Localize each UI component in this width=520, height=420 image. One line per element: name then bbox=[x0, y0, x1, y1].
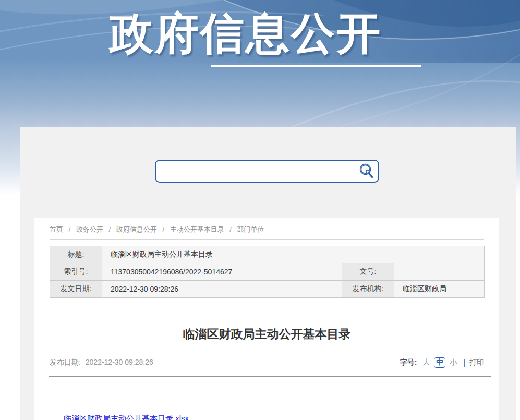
meta-value-title: 临淄区财政局主动公开基本目录 bbox=[102, 246, 485, 263]
breadcrumb: 首页 / 政务公开 / 政府信息公开 / 主动公开基本目录 / 部门单位 bbox=[50, 218, 484, 234]
meta-value-publisher: 临淄区财政局 bbox=[394, 281, 485, 298]
search-button[interactable] bbox=[355, 162, 378, 181]
font-size-large-button[interactable]: 大 bbox=[422, 358, 430, 367]
print-button[interactable]: 打印 bbox=[469, 358, 484, 367]
page: 政府信息公开 首页 / 政务公开 bbox=[0, 0, 520, 420]
article-toolbar: 发布日期: 2022-12-30 09:28:26 字号: 大 中 小 | 打印 bbox=[50, 357, 484, 368]
meta-label-doc-no: 文号: bbox=[342, 263, 394, 281]
font-size-controls: 字号: 大 中 小 | 打印 bbox=[400, 357, 484, 368]
search-box bbox=[155, 160, 379, 183]
meta-value-doc-no bbox=[394, 263, 485, 281]
meta-label-index-no: 索引号: bbox=[50, 263, 102, 281]
breadcrumb-separator: / bbox=[162, 225, 164, 233]
breadcrumb-zhudong-mulu[interactable]: 主动公开基本目录 bbox=[170, 225, 224, 233]
publish-date-value: 2022-12-30 09:28:26 bbox=[86, 358, 153, 366]
article-panel: 首页 / 政务公开 / 政府信息公开 / 主动公开基本目录 / 部门单位 标题:… bbox=[34, 218, 499, 420]
document-meta-table: 标题: 临淄区财政局主动公开基本目录 索引号: 1137030500421960… bbox=[50, 246, 485, 298]
meta-label-publisher: 发布机构: bbox=[342, 281, 394, 298]
meta-value-issue-date: 2022-12-30 09:28:26 bbox=[102, 281, 342, 298]
table-row: 索引号: 113703050042196086/2022-5014627 文号: bbox=[50, 263, 485, 281]
page-banner: 政府信息公开 bbox=[0, 0, 520, 127]
breadcrumb-separator: / bbox=[109, 225, 111, 233]
search-icon bbox=[358, 163, 375, 179]
toolbar-separator: | bbox=[463, 358, 465, 367]
font-size-medium-button[interactable]: 中 bbox=[434, 357, 445, 368]
breadcrumb-separator: / bbox=[229, 225, 232, 233]
table-row: 发文日期: 2022-12-30 09:28:26 发布机构: 临淄区财政局 bbox=[50, 281, 485, 298]
breadcrumb-zhengwu[interactable]: 政务公开 bbox=[76, 225, 103, 233]
publish-date-label: 发布日期: bbox=[50, 358, 81, 366]
attachment-area: 临淄区财政局主动公开基本目录.xlsx bbox=[50, 414, 484, 420]
banner-title: 政府信息公开 bbox=[110, 7, 391, 59]
font-size-small-button[interactable]: 小 bbox=[450, 358, 457, 367]
breadcrumb-home[interactable]: 首页 bbox=[50, 225, 63, 233]
font-size-label: 字号: bbox=[400, 358, 417, 367]
content-divider bbox=[49, 376, 491, 377]
content-card: 首页 / 政务公开 / 政府信息公开 / 主动公开基本目录 / 部门单位 标题:… bbox=[20, 127, 516, 420]
meta-label-issue-date: 发文日期: bbox=[50, 281, 102, 298]
banner-underline bbox=[211, 65, 421, 67]
meta-label-title: 标题: bbox=[50, 246, 102, 263]
meta-value-index-no: 113703050042196086/2022-5014627 bbox=[102, 263, 342, 281]
table-row: 标题: 临淄区财政局主动公开基本目录 bbox=[50, 246, 485, 263]
article-title: 临淄区财政局主动公开基本目录 bbox=[50, 326, 484, 342]
attachment-link-xlsx[interactable]: 临淄区财政局主动公开基本目录.xlsx bbox=[64, 414, 189, 420]
breadcrumb-divider bbox=[50, 239, 484, 240]
search-input[interactable] bbox=[156, 162, 355, 180]
breadcrumb-xinxi-gongkai[interactable]: 政府信息公开 bbox=[116, 225, 157, 233]
publish-date: 发布日期: 2022-12-30 09:28:26 bbox=[50, 358, 153, 367]
breadcrumb-bumen-danwei[interactable]: 部门单位 bbox=[237, 225, 264, 233]
breadcrumb-separator: / bbox=[69, 225, 71, 233]
